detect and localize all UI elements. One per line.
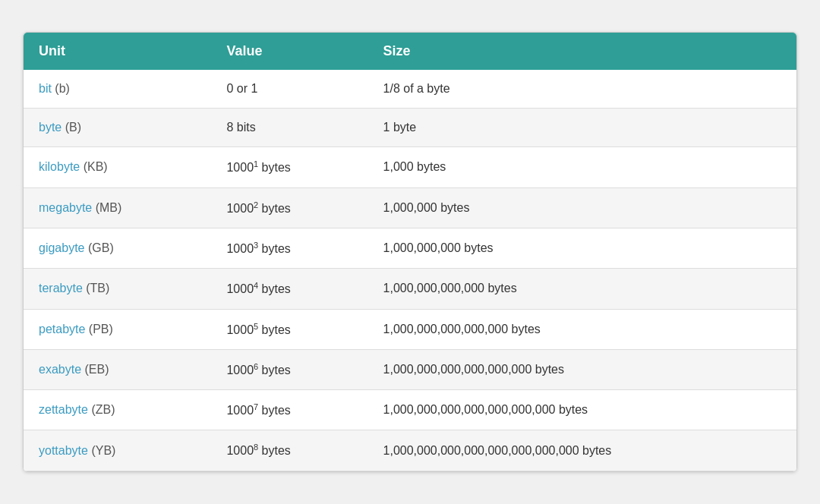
unit-abbr: (TB) bbox=[83, 282, 110, 295]
value-cell: 10001 bytes bbox=[211, 147, 367, 187]
unit-abbr: (PB) bbox=[85, 323, 112, 335]
table-header-row: Unit Value Size bbox=[24, 33, 796, 70]
value-cell: 8 bits bbox=[211, 109, 367, 147]
size-cell: 1,000,000,000,000,000,000,000 bytes bbox=[368, 390, 796, 430]
unit-cell: megabyte (MB) bbox=[24, 187, 211, 228]
table-row: megabyte (MB)10002 bytes1,000,000 bytes bbox=[24, 187, 796, 228]
unit-link[interactable]: petabyte bbox=[39, 323, 85, 335]
unit-link[interactable]: megabyte bbox=[39, 201, 92, 214]
unit-abbr: (MB) bbox=[92, 201, 121, 214]
col-header-size: Size bbox=[368, 33, 796, 70]
unit-cell: gigabyte (GB) bbox=[24, 228, 211, 268]
data-table-container: Unit Value Size bit (b)0 or 11/8 of a by… bbox=[23, 32, 797, 472]
table-row: bit (b)0 or 11/8 of a byte bbox=[24, 70, 796, 109]
value-cell: 10004 bytes bbox=[211, 269, 367, 309]
value-cell: 10007 bytes bbox=[211, 390, 367, 430]
table-row: byte (B)8 bits1 byte bbox=[24, 109, 796, 147]
unit-link[interactable]: byte bbox=[39, 121, 62, 134]
unit-cell: byte (B) bbox=[24, 109, 211, 147]
table-row: kilobyte (KB)10001 bytes1,000 bytes bbox=[24, 147, 796, 187]
unit-cell: exabyte (EB) bbox=[24, 349, 211, 389]
unit-cell: terabyte (TB) bbox=[24, 269, 211, 309]
value-cell: 10005 bytes bbox=[211, 309, 367, 349]
size-cell: 1,000,000,000,000,000,000 bytes bbox=[368, 349, 796, 389]
value-cell: 0 or 1 bbox=[211, 70, 367, 109]
table-row: yottabyte (YB)10008 bytes1,000,000,000,0… bbox=[24, 430, 796, 471]
table-row: petabyte (PB)10005 bytes1,000,000,000,00… bbox=[24, 309, 796, 349]
size-cell: 1,000,000,000 bytes bbox=[368, 228, 796, 268]
size-cell: 1,000,000,000,000 bytes bbox=[368, 269, 796, 309]
unit-abbr: (GB) bbox=[85, 241, 114, 254]
unit-abbr: (B) bbox=[62, 121, 81, 134]
table-row: exabyte (EB)10006 bytes1,000,000,000,000… bbox=[24, 349, 796, 389]
unit-link[interactable]: yottabyte bbox=[39, 444, 88, 457]
unit-cell: zettabyte (ZB) bbox=[24, 390, 211, 430]
col-header-unit: Unit bbox=[24, 33, 211, 70]
size-cell: 1,000,000 bytes bbox=[368, 187, 796, 228]
unit-cell: kilobyte (KB) bbox=[24, 147, 211, 187]
col-header-value: Value bbox=[211, 33, 367, 70]
size-cell: 1,000,000,000,000,000,000,000,000 bytes bbox=[368, 430, 796, 471]
table-row: zettabyte (ZB)10007 bytes1,000,000,000,0… bbox=[24, 390, 796, 430]
value-cell: 10008 bytes bbox=[211, 430, 367, 471]
unit-abbr: (ZB) bbox=[88, 403, 115, 416]
unit-abbr: (YB) bbox=[88, 444, 115, 457]
unit-cell: bit (b) bbox=[24, 70, 211, 109]
size-cell: 1/8 of a byte bbox=[368, 70, 796, 109]
size-cell: 1,000 bytes bbox=[368, 147, 796, 187]
unit-link[interactable]: gigabyte bbox=[39, 241, 85, 254]
units-table: Unit Value Size bit (b)0 or 11/8 of a by… bbox=[24, 33, 796, 471]
size-cell: 1 byte bbox=[368, 109, 796, 147]
value-cell: 10002 bytes bbox=[211, 187, 367, 228]
table-row: terabyte (TB)10004 bytes1,000,000,000,00… bbox=[24, 269, 796, 309]
unit-abbr: (EB) bbox=[81, 363, 109, 376]
unit-link[interactable]: zettabyte bbox=[39, 403, 88, 416]
unit-link[interactable]: kilobyte bbox=[39, 160, 80, 173]
unit-link[interactable]: terabyte bbox=[39, 282, 83, 295]
unit-abbr: (b) bbox=[52, 82, 70, 95]
unit-abbr: (KB) bbox=[80, 160, 107, 173]
value-cell: 10003 bytes bbox=[211, 228, 367, 268]
unit-link[interactable]: bit bbox=[39, 82, 52, 95]
unit-cell: petabyte (PB) bbox=[24, 309, 211, 349]
table-row: gigabyte (GB)10003 bytes1,000,000,000 by… bbox=[24, 228, 796, 268]
unit-cell: yottabyte (YB) bbox=[24, 430, 211, 471]
unit-link[interactable]: exabyte bbox=[39, 363, 81, 376]
size-cell: 1,000,000,000,000,000 bytes bbox=[368, 309, 796, 349]
value-cell: 10006 bytes bbox=[211, 349, 367, 389]
